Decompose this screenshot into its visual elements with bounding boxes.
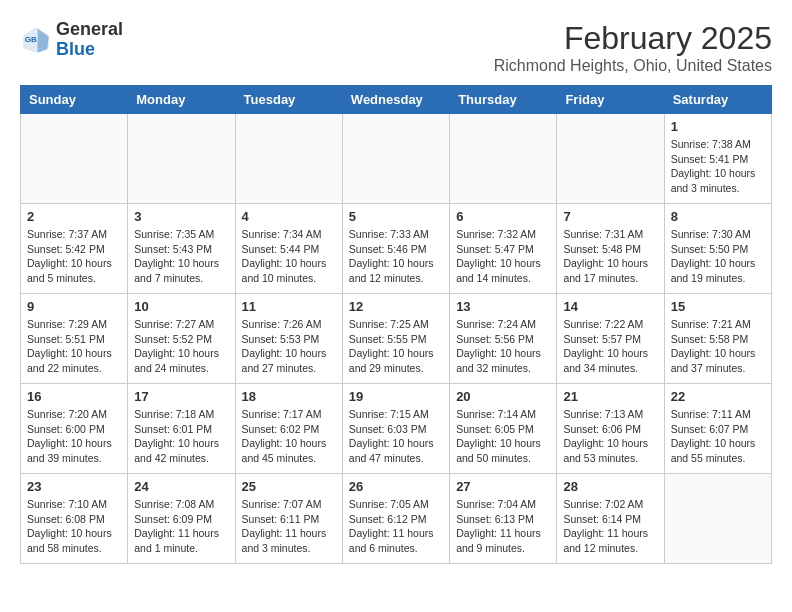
- day-number: 10: [134, 299, 228, 314]
- logo-general: General: [56, 19, 123, 39]
- day-info: Sunrise: 7:11 AM Sunset: 6:07 PM Dayligh…: [671, 407, 765, 466]
- calendar-cell: 17Sunrise: 7:18 AM Sunset: 6:01 PM Dayli…: [128, 384, 235, 474]
- day-number: 8: [671, 209, 765, 224]
- calendar-cell: 19Sunrise: 7:15 AM Sunset: 6:03 PM Dayli…: [342, 384, 449, 474]
- day-info: Sunrise: 7:30 AM Sunset: 5:50 PM Dayligh…: [671, 227, 765, 286]
- day-number: 16: [27, 389, 121, 404]
- day-number: 18: [242, 389, 336, 404]
- week-row-1: 1Sunrise: 7:38 AM Sunset: 5:41 PM Daylig…: [21, 114, 772, 204]
- calendar-cell: 3Sunrise: 7:35 AM Sunset: 5:43 PM Daylig…: [128, 204, 235, 294]
- weekday-header-saturday: Saturday: [664, 86, 771, 114]
- calendar-cell: 4Sunrise: 7:34 AM Sunset: 5:44 PM Daylig…: [235, 204, 342, 294]
- day-number: 19: [349, 389, 443, 404]
- day-info: Sunrise: 7:08 AM Sunset: 6:09 PM Dayligh…: [134, 497, 228, 556]
- day-number: 9: [27, 299, 121, 314]
- calendar-cell: 16Sunrise: 7:20 AM Sunset: 6:00 PM Dayli…: [21, 384, 128, 474]
- day-info: Sunrise: 7:29 AM Sunset: 5:51 PM Dayligh…: [27, 317, 121, 376]
- day-info: Sunrise: 7:13 AM Sunset: 6:06 PM Dayligh…: [563, 407, 657, 466]
- day-number: 14: [563, 299, 657, 314]
- calendar-cell: [342, 114, 449, 204]
- day-info: Sunrise: 7:34 AM Sunset: 5:44 PM Dayligh…: [242, 227, 336, 286]
- logo-text: General Blue: [56, 20, 123, 60]
- logo: GB General Blue: [20, 20, 123, 60]
- day-info: Sunrise: 7:37 AM Sunset: 5:42 PM Dayligh…: [27, 227, 121, 286]
- calendar-cell: [557, 114, 664, 204]
- day-number: 25: [242, 479, 336, 494]
- weekday-header-row: SundayMondayTuesdayWednesdayThursdayFrid…: [21, 86, 772, 114]
- day-info: Sunrise: 7:20 AM Sunset: 6:00 PM Dayligh…: [27, 407, 121, 466]
- calendar-cell: 18Sunrise: 7:17 AM Sunset: 6:02 PM Dayli…: [235, 384, 342, 474]
- weekday-header-thursday: Thursday: [450, 86, 557, 114]
- day-number: 12: [349, 299, 443, 314]
- calendar-cell: 27Sunrise: 7:04 AM Sunset: 6:13 PM Dayli…: [450, 474, 557, 564]
- day-info: Sunrise: 7:10 AM Sunset: 6:08 PM Dayligh…: [27, 497, 121, 556]
- calendar-cell: 21Sunrise: 7:13 AM Sunset: 6:06 PM Dayli…: [557, 384, 664, 474]
- day-number: 27: [456, 479, 550, 494]
- calendar-cell: 26Sunrise: 7:05 AM Sunset: 6:12 PM Dayli…: [342, 474, 449, 564]
- day-info: Sunrise: 7:14 AM Sunset: 6:05 PM Dayligh…: [456, 407, 550, 466]
- day-number: 13: [456, 299, 550, 314]
- calendar-cell: 14Sunrise: 7:22 AM Sunset: 5:57 PM Dayli…: [557, 294, 664, 384]
- calendar-cell: 13Sunrise: 7:24 AM Sunset: 5:56 PM Dayli…: [450, 294, 557, 384]
- day-info: Sunrise: 7:22 AM Sunset: 5:57 PM Dayligh…: [563, 317, 657, 376]
- calendar-cell: 15Sunrise: 7:21 AM Sunset: 5:58 PM Dayli…: [664, 294, 771, 384]
- day-number: 2: [27, 209, 121, 224]
- day-number: 21: [563, 389, 657, 404]
- day-info: Sunrise: 7:27 AM Sunset: 5:52 PM Dayligh…: [134, 317, 228, 376]
- day-info: Sunrise: 7:26 AM Sunset: 5:53 PM Dayligh…: [242, 317, 336, 376]
- weekday-header-monday: Monday: [128, 86, 235, 114]
- calendar-cell: 24Sunrise: 7:08 AM Sunset: 6:09 PM Dayli…: [128, 474, 235, 564]
- day-info: Sunrise: 7:32 AM Sunset: 5:47 PM Dayligh…: [456, 227, 550, 286]
- title-section: February 2025 Richmond Heights, Ohio, Un…: [494, 20, 772, 75]
- day-number: 17: [134, 389, 228, 404]
- day-info: Sunrise: 7:35 AM Sunset: 5:43 PM Dayligh…: [134, 227, 228, 286]
- week-row-2: 2Sunrise: 7:37 AM Sunset: 5:42 PM Daylig…: [21, 204, 772, 294]
- calendar-cell: 20Sunrise: 7:14 AM Sunset: 6:05 PM Dayli…: [450, 384, 557, 474]
- day-number: 6: [456, 209, 550, 224]
- day-info: Sunrise: 7:31 AM Sunset: 5:48 PM Dayligh…: [563, 227, 657, 286]
- day-info: Sunrise: 7:02 AM Sunset: 6:14 PM Dayligh…: [563, 497, 657, 556]
- calendar-cell: 5Sunrise: 7:33 AM Sunset: 5:46 PM Daylig…: [342, 204, 449, 294]
- week-row-5: 23Sunrise: 7:10 AM Sunset: 6:08 PM Dayli…: [21, 474, 772, 564]
- day-info: Sunrise: 7:38 AM Sunset: 5:41 PM Dayligh…: [671, 137, 765, 196]
- day-number: 5: [349, 209, 443, 224]
- calendar-cell: [450, 114, 557, 204]
- calendar-cell: [21, 114, 128, 204]
- calendar-cell: 22Sunrise: 7:11 AM Sunset: 6:07 PM Dayli…: [664, 384, 771, 474]
- day-number: 22: [671, 389, 765, 404]
- calendar-cell: [235, 114, 342, 204]
- calendar-cell: 1Sunrise: 7:38 AM Sunset: 5:41 PM Daylig…: [664, 114, 771, 204]
- calendar-cell: 7Sunrise: 7:31 AM Sunset: 5:48 PM Daylig…: [557, 204, 664, 294]
- day-number: 11: [242, 299, 336, 314]
- calendar-cell: [128, 114, 235, 204]
- weekday-header-friday: Friday: [557, 86, 664, 114]
- day-info: Sunrise: 7:15 AM Sunset: 6:03 PM Dayligh…: [349, 407, 443, 466]
- day-number: 4: [242, 209, 336, 224]
- day-info: Sunrise: 7:21 AM Sunset: 5:58 PM Dayligh…: [671, 317, 765, 376]
- day-number: 24: [134, 479, 228, 494]
- weekday-header-tuesday: Tuesday: [235, 86, 342, 114]
- day-info: Sunrise: 7:18 AM Sunset: 6:01 PM Dayligh…: [134, 407, 228, 466]
- day-info: Sunrise: 7:17 AM Sunset: 6:02 PM Dayligh…: [242, 407, 336, 466]
- day-number: 15: [671, 299, 765, 314]
- day-number: 20: [456, 389, 550, 404]
- location: Richmond Heights, Ohio, United States: [494, 57, 772, 75]
- calendar-cell: 8Sunrise: 7:30 AM Sunset: 5:50 PM Daylig…: [664, 204, 771, 294]
- calendar-cell: 25Sunrise: 7:07 AM Sunset: 6:11 PM Dayli…: [235, 474, 342, 564]
- weekday-header-sunday: Sunday: [21, 86, 128, 114]
- day-number: 1: [671, 119, 765, 134]
- calendar-cell: 6Sunrise: 7:32 AM Sunset: 5:47 PM Daylig…: [450, 204, 557, 294]
- day-number: 28: [563, 479, 657, 494]
- calendar-cell: 23Sunrise: 7:10 AM Sunset: 6:08 PM Dayli…: [21, 474, 128, 564]
- day-info: Sunrise: 7:05 AM Sunset: 6:12 PM Dayligh…: [349, 497, 443, 556]
- calendar-table: SundayMondayTuesdayWednesdayThursdayFrid…: [20, 85, 772, 564]
- day-number: 7: [563, 209, 657, 224]
- svg-text:GB: GB: [25, 34, 37, 43]
- calendar-cell: 2Sunrise: 7:37 AM Sunset: 5:42 PM Daylig…: [21, 204, 128, 294]
- page-header: GB General Blue February 2025 Richmond H…: [20, 20, 772, 75]
- month-title: February 2025: [494, 20, 772, 57]
- calendar-cell: 28Sunrise: 7:02 AM Sunset: 6:14 PM Dayli…: [557, 474, 664, 564]
- logo-blue: Blue: [56, 39, 95, 59]
- week-row-4: 16Sunrise: 7:20 AM Sunset: 6:00 PM Dayli…: [21, 384, 772, 474]
- calendar-cell: 9Sunrise: 7:29 AM Sunset: 5:51 PM Daylig…: [21, 294, 128, 384]
